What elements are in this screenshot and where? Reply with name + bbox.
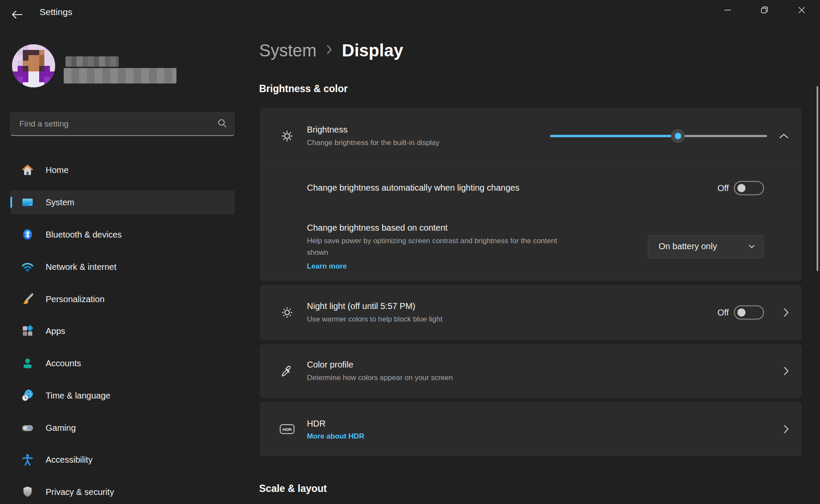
brightness-icon: [279, 128, 295, 144]
sidebar-item-accessibility[interactable]: Accessibility: [10, 448, 235, 472]
sidebar-item-label: Network & internet: [46, 262, 117, 272]
chevron-up-icon: [779, 133, 789, 139]
gaming-icon: [21, 421, 34, 435]
brightness-slider-thumb[interactable]: [671, 130, 684, 142]
sidebar-item-system[interactable]: System: [10, 190, 235, 214]
user-name-redacted: [65, 56, 119, 67]
content-brightness-row: Change brightness based on content Help …: [260, 212, 801, 281]
sidebar-item-bluetooth-devices[interactable]: Bluetooth & devices: [10, 223, 235, 247]
sidebar-item-apps[interactable]: Apps: [10, 319, 235, 343]
breadcrumb-chevron-icon: [326, 44, 332, 57]
privacy-icon: [21, 485, 34, 499]
brightness-row[interactable]: Brightness Change brightness for the bui…: [260, 108, 801, 164]
sidebar-item-label: Privacy & security: [46, 487, 114, 497]
breadcrumb-system[interactable]: System: [259, 41, 316, 60]
minimize-icon: [724, 6, 731, 15]
content-brightness-dropdown[interactable]: On battery only: [648, 235, 764, 258]
auto-brightness-title: Change brightness automatically when lig…: [307, 182, 520, 194]
bluetooth-icon: [21, 228, 34, 241]
accounts-icon: [21, 356, 34, 370]
avatar: [12, 44, 55, 87]
settings-window: Settings: [0, 0, 820, 504]
scrollbar[interactable]: [817, 86, 818, 271]
user-email-redacted: [64, 68, 176, 83]
page-title: Display: [342, 41, 403, 60]
toggle-knob: [737, 309, 746, 317]
collapse-expander-button[interactable]: [779, 133, 789, 139]
close-icon: [798, 6, 805, 15]
toggle-knob: [737, 184, 746, 192]
brightness-title: Brightness: [307, 124, 439, 136]
chevron-down-icon: [749, 244, 755, 249]
night-light-title: Night light (off until 5:57 PM): [307, 300, 442, 312]
hdr-row[interactable]: HDR HDR More about HDR: [260, 402, 801, 456]
window-controls: [709, 0, 820, 22]
sidebar-item-label: Time & language: [46, 391, 110, 401]
system-icon: [21, 195, 34, 209]
night-light-icon: [279, 305, 295, 320]
brightness-slider-fill: [550, 135, 678, 137]
night-light-description: Use warmer colors to help block blue lig…: [307, 313, 442, 325]
more-about-hdr-link[interactable]: More about HDR: [307, 432, 364, 441]
auto-brightness-row: Change brightness automatically when lig…: [260, 164, 801, 212]
sidebar-item-label: Apps: [46, 326, 65, 336]
accessibility-icon: [21, 453, 34, 467]
sidebar-item-label: Accounts: [46, 359, 81, 368]
brightness-description: Change brightness for the built-in displ…: [307, 137, 439, 148]
chevron-right-icon: [783, 366, 789, 376]
sidebar-item-label: System: [46, 198, 74, 207]
chevron-right-icon: [783, 424, 789, 434]
content-brightness-title: Change brightness based on content: [307, 222, 565, 234]
sidebar-item-privacy-security[interactable]: Privacy & security: [10, 480, 235, 504]
sidebar-item-personalization[interactable]: Personalization: [10, 287, 235, 311]
brightness-slider-track[interactable]: [550, 135, 767, 137]
auto-brightness-toggle[interactable]: [734, 181, 764, 195]
color-profile-row[interactable]: Color profile Determine how colors appea…: [260, 344, 801, 398]
app-title: Settings: [40, 0, 72, 24]
sidebar-item-label: Accessibility: [46, 455, 93, 465]
sidebar-item-time-language[interactable]: Time & language: [10, 383, 235, 408]
hdr-icon: HDR: [279, 423, 295, 436]
svg-text:HDR: HDR: [282, 427, 292, 432]
sidebar-item-label: Home: [46, 165, 68, 175]
dropdown-value: On battery only: [659, 241, 749, 251]
chevron-right-icon: [783, 308, 789, 317]
selected-indicator: [10, 197, 12, 208]
close-button[interactable]: [783, 0, 820, 22]
sidebar-item-accounts[interactable]: Accounts: [10, 351, 235, 375]
sidebar-item-home[interactable]: Home: [10, 158, 235, 182]
night-light-toggle[interactable]: [734, 306, 764, 320]
search-box[interactable]: [10, 112, 235, 136]
network-icon: [21, 260, 34, 274]
personalization-icon: [21, 292, 34, 306]
color-profile-description: Determine how colors appear on your scre…: [307, 372, 453, 383]
search-icon: [217, 118, 227, 130]
night-light-toggle-label: Off: [718, 308, 729, 318]
sidebar-item-network-internet[interactable]: Network & internet: [10, 255, 235, 279]
time-language-icon: [21, 389, 34, 402]
breadcrumb: System Display: [259, 38, 403, 63]
section-header-scale-layout: Scale & layout: [259, 483, 327, 495]
brightness-slider[interactable]: [550, 129, 767, 143]
color-profile-title: Color profile: [307, 359, 453, 371]
minimize-button[interactable]: [709, 0, 746, 22]
sidebar-item-label: Bluetooth & devices: [46, 230, 122, 240]
sidebar-item-label: Personalization: [46, 294, 105, 304]
learn-more-link[interactable]: Learn more: [307, 262, 565, 271]
hdr-title: HDR: [307, 418, 364, 430]
back-button[interactable]: [8, 6, 27, 24]
restore-icon: [761, 6, 768, 15]
section-header-brightness-color: Brightness & color: [259, 83, 348, 95]
home-icon: [21, 163, 34, 177]
search-input[interactable]: [19, 119, 217, 129]
maximize-restore-button[interactable]: [746, 0, 783, 22]
content-brightness-description: Help save power by optimizing screen con…: [307, 235, 565, 258]
back-arrow-icon: [11, 9, 23, 21]
sidebar-item-label: Gaming: [46, 423, 76, 433]
auto-brightness-toggle-label: Off: [718, 183, 729, 193]
night-light-row[interactable]: Night light (off until 5:57 PM) Use warm…: [260, 285, 801, 340]
color-profile-icon: [279, 363, 295, 379]
sidebar-item-gaming[interactable]: Gaming: [10, 416, 235, 440]
apps-icon: [21, 324, 34, 338]
